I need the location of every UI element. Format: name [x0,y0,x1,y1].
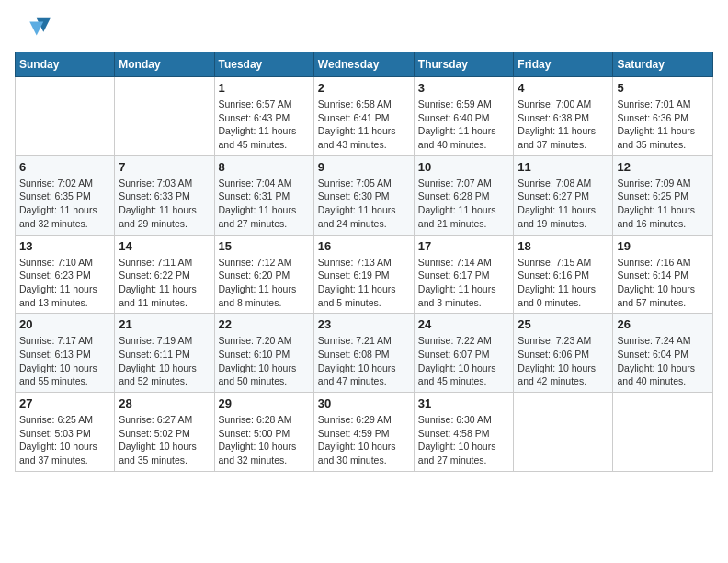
day-number: 8 [219,160,310,174]
day-info: Sunrise: 6:30 AMSunset: 4:58 PMDaylight:… [418,413,510,467]
header-sunday: Sunday [16,52,115,77]
day-number: 20 [19,317,110,331]
day-number: 24 [418,317,510,331]
calendar-cell: 1Sunrise: 6:57 AMSunset: 6:43 PMDaylight… [214,77,313,156]
header-wednesday: Wednesday [313,52,414,77]
day-info: Sunrise: 7:12 AMSunset: 6:20 PMDaylight:… [219,256,310,310]
day-info: Sunrise: 7:01 AMSunset: 6:36 PMDaylight:… [617,98,709,152]
day-number: 26 [617,317,709,331]
day-info: Sunrise: 6:57 AMSunset: 6:43 PMDaylight:… [219,98,310,152]
day-info: Sunrise: 6:28 AMSunset: 5:00 PMDaylight:… [219,413,310,467]
header-monday: Monday [115,52,214,77]
day-number: 25 [518,317,609,331]
calendar-cell: 11Sunrise: 7:08 AMSunset: 6:27 PMDayligh… [514,155,613,235]
day-number: 19 [617,239,709,253]
calendar-cell: 18Sunrise: 7:15 AMSunset: 6:16 PMDayligh… [514,235,613,314]
calendar-cell [613,393,713,472]
day-number: 5 [617,81,709,95]
svg-marker-1 [29,22,43,36]
day-info: Sunrise: 6:27 AMSunset: 5:02 PMDaylight:… [119,413,210,467]
calendar-week-5: 27Sunrise: 6:25 AMSunset: 5:03 PMDayligh… [16,393,713,472]
day-number: 13 [19,239,110,253]
calendar-cell: 25Sunrise: 7:23 AMSunset: 6:06 PMDayligh… [514,314,613,393]
day-info: Sunrise: 7:09 AMSunset: 6:25 PMDaylight:… [617,177,709,231]
day-info: Sunrise: 7:16 AMSunset: 6:14 PMDaylight:… [617,256,709,310]
calendar-cell: 8Sunrise: 7:04 AMSunset: 6:31 PMDaylight… [214,155,313,235]
day-number: 3 [418,81,510,95]
calendar-cell: 27Sunrise: 6:25 AMSunset: 5:03 PMDayligh… [16,393,115,472]
day-number: 27 [19,396,110,410]
calendar-cell [514,393,613,472]
calendar-cell: 24Sunrise: 7:22 AMSunset: 6:07 PMDayligh… [414,314,514,393]
day-number: 28 [119,396,210,410]
calendar-week-2: 6Sunrise: 7:02 AMSunset: 6:35 PMDaylight… [16,155,713,235]
calendar-cell: 15Sunrise: 7:12 AMSunset: 6:20 PMDayligh… [214,235,313,314]
day-number: 17 [418,239,510,253]
calendar-cell: 10Sunrise: 7:07 AMSunset: 6:28 PMDayligh… [414,155,514,235]
calendar-week-3: 13Sunrise: 7:10 AMSunset: 6:23 PMDayligh… [16,235,713,314]
calendar-cell: 2Sunrise: 6:58 AMSunset: 6:41 PMDaylight… [313,77,414,156]
day-number: 11 [518,160,609,174]
day-info: Sunrise: 7:20 AMSunset: 6:10 PMDaylight:… [219,334,310,388]
calendar-cell: 31Sunrise: 6:30 AMSunset: 4:58 PMDayligh… [414,393,514,472]
logo [15,15,55,42]
day-info: Sunrise: 7:04 AMSunset: 6:31 PMDaylight:… [219,177,310,231]
day-number: 18 [518,239,609,253]
day-info: Sunrise: 7:23 AMSunset: 6:06 PMDaylight:… [518,334,609,388]
calendar-cell: 23Sunrise: 7:21 AMSunset: 6:08 PMDayligh… [313,314,414,393]
day-info: Sunrise: 6:58 AMSunset: 6:41 PMDaylight:… [318,98,410,152]
day-info: Sunrise: 7:08 AMSunset: 6:27 PMDaylight:… [518,177,609,231]
calendar: SundayMondayTuesdayWednesdayThursdayFrid… [15,52,713,472]
day-info: Sunrise: 6:29 AMSunset: 4:59 PMDaylight:… [318,413,410,467]
day-number: 31 [418,396,510,410]
day-info: Sunrise: 6:59 AMSunset: 6:40 PMDaylight:… [418,98,510,152]
day-info: Sunrise: 7:00 AMSunset: 6:38 PMDaylight:… [518,98,609,152]
day-number: 12 [617,160,709,174]
calendar-cell [115,77,214,156]
day-info: Sunrise: 7:13 AMSunset: 6:19 PMDaylight:… [318,256,410,310]
calendar-week-4: 20Sunrise: 7:17 AMSunset: 6:13 PMDayligh… [16,314,713,393]
header-tuesday: Tuesday [214,52,313,77]
day-number: 9 [318,160,410,174]
calendar-cell: 6Sunrise: 7:02 AMSunset: 6:35 PMDaylight… [16,155,115,235]
day-number: 16 [318,239,410,253]
calendar-cell: 13Sunrise: 7:10 AMSunset: 6:23 PMDayligh… [16,235,115,314]
header-friday: Friday [514,52,613,77]
calendar-cell: 5Sunrise: 7:01 AMSunset: 6:36 PMDaylight… [613,77,713,156]
day-info: Sunrise: 7:05 AMSunset: 6:30 PMDaylight:… [318,177,410,231]
calendar-cell: 19Sunrise: 7:16 AMSunset: 6:14 PMDayligh… [613,235,713,314]
calendar-cell: 3Sunrise: 6:59 AMSunset: 6:40 PMDaylight… [414,77,514,156]
day-info: Sunrise: 7:22 AMSunset: 6:07 PMDaylight:… [418,334,510,388]
logo-icon [15,15,51,42]
calendar-cell: 21Sunrise: 7:19 AMSunset: 6:11 PMDayligh… [115,314,214,393]
calendar-cell: 12Sunrise: 7:09 AMSunset: 6:25 PMDayligh… [613,155,713,235]
calendar-header-row: SundayMondayTuesdayWednesdayThursdayFrid… [16,52,713,77]
header-thursday: Thursday [414,52,514,77]
day-number: 29 [219,396,310,410]
day-info: Sunrise: 7:15 AMSunset: 6:16 PMDaylight:… [518,256,609,310]
day-info: Sunrise: 7:11 AMSunset: 6:22 PMDaylight:… [119,256,210,310]
day-info: Sunrise: 6:25 AMSunset: 5:03 PMDaylight:… [19,413,110,467]
day-info: Sunrise: 7:10 AMSunset: 6:23 PMDaylight:… [19,256,110,310]
day-number: 23 [318,317,410,331]
header-saturday: Saturday [613,52,713,77]
calendar-cell: 26Sunrise: 7:24 AMSunset: 6:04 PMDayligh… [613,314,713,393]
day-number: 1 [219,81,310,95]
day-info: Sunrise: 7:24 AMSunset: 6:04 PMDaylight:… [617,334,709,388]
day-number: 21 [119,317,210,331]
calendar-cell: 7Sunrise: 7:03 AMSunset: 6:33 PMDaylight… [115,155,214,235]
day-number: 22 [219,317,310,331]
day-info: Sunrise: 7:21 AMSunset: 6:08 PMDaylight:… [318,334,410,388]
day-number: 4 [518,81,609,95]
calendar-cell: 17Sunrise: 7:14 AMSunset: 6:17 PMDayligh… [414,235,514,314]
calendar-cell [16,77,115,156]
day-info: Sunrise: 7:03 AMSunset: 6:33 PMDaylight:… [119,177,210,231]
day-number: 7 [119,160,210,174]
day-info: Sunrise: 7:07 AMSunset: 6:28 PMDaylight:… [418,177,510,231]
page-header [15,15,713,42]
day-number: 10 [418,160,510,174]
calendar-cell: 28Sunrise: 6:27 AMSunset: 5:02 PMDayligh… [115,393,214,472]
day-info: Sunrise: 7:14 AMSunset: 6:17 PMDaylight:… [418,256,510,310]
day-number: 30 [318,396,410,410]
day-info: Sunrise: 7:19 AMSunset: 6:11 PMDaylight:… [119,334,210,388]
